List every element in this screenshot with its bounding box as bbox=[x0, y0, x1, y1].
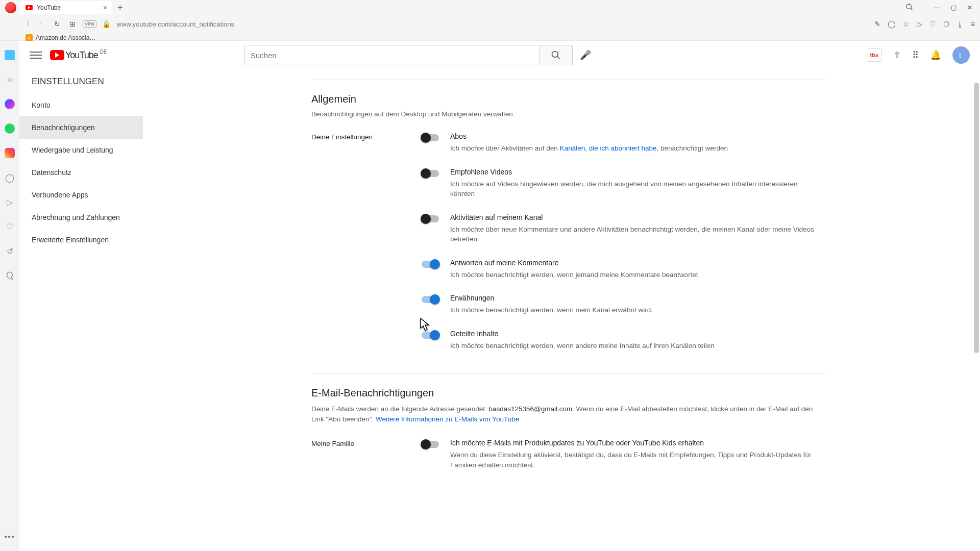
minimize-button[interactable]: — bbox=[930, 2, 944, 13]
whatsapp-icon[interactable] bbox=[5, 123, 15, 134]
tab-close-icon[interactable]: × bbox=[103, 4, 107, 12]
browser-search-icon[interactable] bbox=[905, 3, 914, 13]
back-button[interactable]: 〈 bbox=[21, 19, 32, 29]
reload-button[interactable]: ↻ bbox=[52, 19, 62, 29]
sidebar-item-erweitert[interactable]: Erweiterte Einstellungen bbox=[19, 229, 143, 251]
settings-row-email: Meine Familie Ich möchte E-Mails mit Pro… bbox=[311, 439, 960, 470]
sidebar-circle-icon[interactable]: ◯ bbox=[5, 172, 15, 183]
search-input[interactable] bbox=[244, 45, 540, 65]
toggle-empfohlene[interactable] bbox=[422, 170, 439, 177]
section-title-general: Allgemein bbox=[311, 93, 960, 105]
toggle-desc: Ich möchte benachrichtigt werden, wenn j… bbox=[450, 270, 815, 280]
bookmark-icon[interactable]: ☆ bbox=[903, 20, 910, 28]
toggle-desc: Wenn du diese Einstellung aktivierst, be… bbox=[450, 450, 815, 470]
toggle-title: Aktivitäten auf meinem Kanal bbox=[450, 213, 815, 221]
sidebar-item-benachrichtigungen[interactable]: Benachrichtigungen bbox=[19, 116, 143, 139]
forward-button[interactable]: 〉 bbox=[37, 19, 47, 29]
address-bar-actions: ✎ ◯ ☆ ▷ ♡ ⬡ ⭳ ≡ bbox=[874, 20, 975, 28]
tab-bar: YouTube × + bbox=[0, 0, 980, 15]
opera-logo-icon[interactable] bbox=[5, 2, 16, 13]
sidebar-chat-icon[interactable]: ○ bbox=[5, 74, 15, 85]
youtube-body: EINSTELLUNGEN Konto Benachrichtigungen W… bbox=[19, 69, 980, 551]
toggle-item-erwaehnungen: Erwähnungen Ich möchte benachrichtigt we… bbox=[422, 294, 815, 315]
search-icon bbox=[551, 50, 561, 60]
send-icon[interactable]: ▷ bbox=[917, 20, 922, 28]
toggle-aktivitaeten[interactable] bbox=[422, 215, 439, 222]
row-label: Meine Familie bbox=[311, 439, 403, 470]
maximize-button[interactable]: ▢ bbox=[946, 2, 961, 13]
bookmark-item[interactable]: Amazon.de Associa… bbox=[36, 34, 95, 41]
youtube-logo[interactable]: YouTube DE bbox=[50, 50, 106, 61]
toggle-title: Geteilte Inhalte bbox=[450, 330, 815, 338]
speed-dial-icon[interactable]: ⊞ bbox=[67, 19, 78, 29]
search-wrap: 🎤 bbox=[244, 45, 591, 65]
sidebar-item-wiedergabe[interactable]: Wiedergabe und Leistung bbox=[19, 139, 143, 161]
close-button[interactable]: ✕ bbox=[963, 2, 977, 13]
settings-row-general: Deine Einstellungen Abos Ich möchte über… bbox=[311, 132, 960, 351]
svg-point-2 bbox=[552, 52, 558, 58]
scrollbar-track[interactable] bbox=[973, 69, 980, 551]
email-info-link[interactable]: Weitere Informationen zu E-Mails von You… bbox=[376, 415, 519, 423]
toggle-family[interactable] bbox=[422, 441, 439, 448]
sidebar-more-icon[interactable]: ••• bbox=[5, 533, 15, 541]
heart-icon[interactable]: ♡ bbox=[929, 20, 936, 28]
toggle-title: Erwähnungen bbox=[450, 294, 815, 302]
svg-line-1 bbox=[911, 8, 912, 10]
toggle-list: Abos Ich möchte über Aktivitäten auf den… bbox=[422, 132, 815, 351]
cube-icon[interactable]: ⬡ bbox=[943, 20, 949, 28]
notifications-icon[interactable]: 🔔 bbox=[930, 49, 941, 61]
content-area: Allgemein Benachrichtigungen auf dem Des… bbox=[143, 69, 980, 551]
voice-search-icon[interactable]: 🎤 bbox=[580, 49, 591, 61]
browser-tab[interactable]: YouTube × bbox=[20, 1, 112, 14]
search-button[interactable] bbox=[540, 45, 573, 65]
sidebar-bulb-icon[interactable]: Ⴓ bbox=[5, 270, 15, 281]
toggle-item-antworten: Antworten auf meine Kommentare Ich möcht… bbox=[422, 259, 815, 280]
tubebuddy-icon[interactable]: tb≡ bbox=[867, 48, 882, 62]
avatar[interactable]: L bbox=[952, 46, 970, 64]
apps-grid-icon[interactable]: ⠿ bbox=[912, 49, 919, 61]
toggle-geteilte[interactable] bbox=[422, 332, 439, 339]
toggle-item-aktivitaeten: Aktivitäten auf meinem Kanal Ich möchte … bbox=[422, 213, 815, 244]
download-icon[interactable]: ⭳ bbox=[957, 20, 964, 28]
menu-icon[interactable]: ≡ bbox=[971, 20, 975, 28]
sidebar-shopping-icon[interactable] bbox=[5, 50, 15, 60]
section-subtitle-general: Benachrichtigungen auf dem Desktop und M… bbox=[311, 110, 960, 118]
settings-sidebar: EINSTELLUNGEN Konto Benachrichtigungen W… bbox=[19, 69, 143, 551]
row-label: Deine Einstellungen bbox=[311, 132, 403, 351]
scrollbar-thumb[interactable] bbox=[974, 83, 979, 353]
new-tab-button[interactable]: + bbox=[117, 3, 123, 13]
toggle-abos[interactable] bbox=[422, 134, 439, 141]
vpn-badge[interactable]: VPN bbox=[83, 20, 96, 28]
sidebar-item-datenschutz[interactable]: Datenschutz bbox=[19, 161, 143, 184]
url-text[interactable]: www.youtube.com/account_notifications bbox=[117, 20, 235, 28]
country-code: DE bbox=[100, 49, 107, 55]
sidebar-item-abrechnung[interactable]: Abrechnung und Zahlungen bbox=[19, 206, 143, 229]
toggle-desc: Ich möchte über neue Kommentare und ande… bbox=[450, 224, 815, 244]
amazon-favicon-icon: a bbox=[26, 34, 33, 41]
toggle-item-geteilte: Geteilte Inhalte Ich möchte benachrichti… bbox=[422, 330, 815, 351]
instagram-icon[interactable] bbox=[5, 148, 15, 158]
tab-title: YouTube bbox=[37, 4, 99, 11]
settings-title: EINSTELLUNGEN bbox=[19, 77, 143, 94]
toggle-desc: Ich möchte über Aktivitäten auf den Kanä… bbox=[450, 143, 815, 154]
toggle-erwaehnungen[interactable] bbox=[422, 296, 439, 303]
sidebar-heart-icon[interactable]: ♡ bbox=[5, 221, 15, 232]
sidebar-item-konto[interactable]: Konto bbox=[19, 94, 143, 116]
edit-icon[interactable]: ✎ bbox=[874, 20, 880, 28]
toggle-title: Abos bbox=[450, 132, 815, 140]
messenger-icon[interactable] bbox=[5, 99, 15, 109]
camera-icon[interactable]: ◯ bbox=[888, 20, 896, 28]
toggle-item-abos: Abos Ich möchte über Aktivitäten auf den… bbox=[422, 132, 815, 154]
sidebar-history-icon[interactable]: ↺ bbox=[5, 246, 15, 256]
email-section: E-Mail-Benachrichtigungen Deine E-Mails … bbox=[311, 373, 960, 470]
sidebar-item-apps[interactable]: Verbundene Apps bbox=[19, 184, 143, 206]
upload-icon[interactable]: ⇧ bbox=[893, 49, 901, 61]
channels-link[interactable]: Kanälen, die ich abonniert habe, bbox=[560, 144, 659, 152]
svg-point-0 bbox=[906, 4, 911, 9]
sidebar-play-icon[interactable]: ▷ bbox=[5, 197, 15, 207]
hamburger-menu-icon[interactable] bbox=[30, 49, 42, 61]
toggle-title: Empfohlene Videos bbox=[450, 168, 815, 176]
toggle-antworten[interactable] bbox=[422, 261, 439, 268]
youtube-play-icon bbox=[50, 50, 64, 60]
lock-icon[interactable]: 🔒 bbox=[102, 19, 112, 29]
